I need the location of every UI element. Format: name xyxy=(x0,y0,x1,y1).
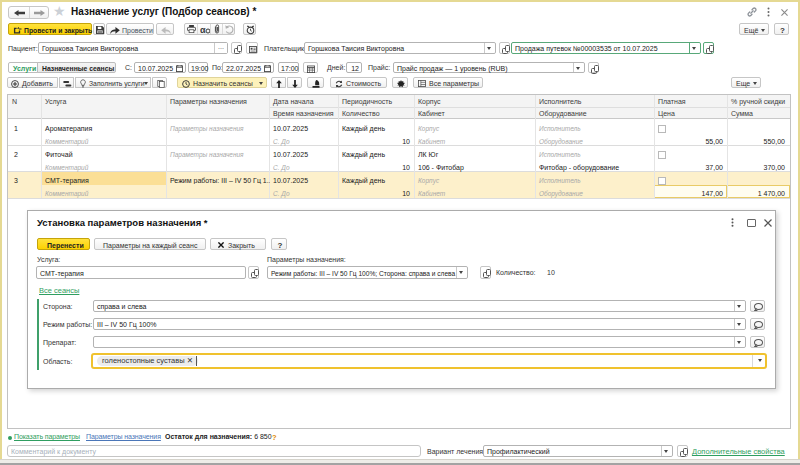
svg-text:α: α xyxy=(200,25,206,35)
